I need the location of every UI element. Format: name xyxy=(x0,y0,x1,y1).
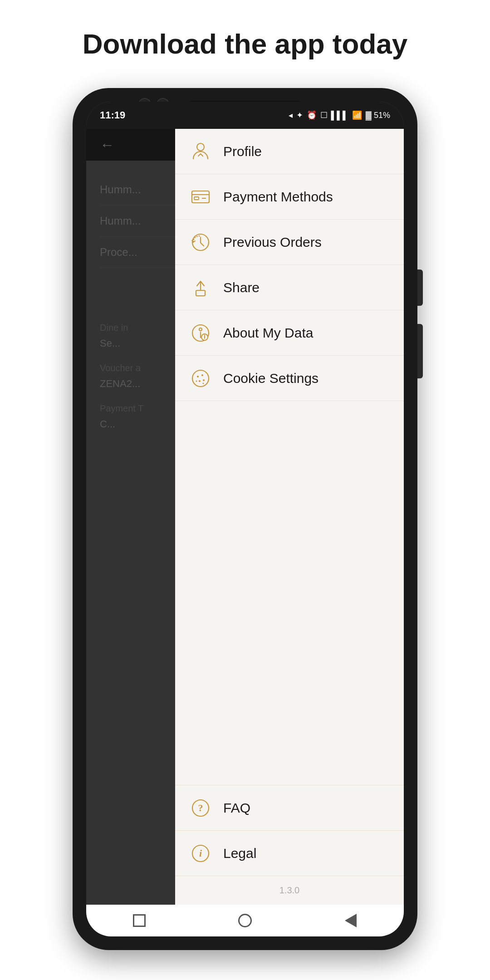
menu-item-legal[interactable]: i Legal xyxy=(175,831,404,876)
svg-point-16 xyxy=(192,370,209,387)
faq-icon: ? xyxy=(189,796,212,820)
nav-back-button[interactable] xyxy=(343,912,359,929)
svg-text:?: ? xyxy=(198,802,203,813)
orders-icon xyxy=(189,230,212,254)
wifi-icon: 📶 xyxy=(352,110,362,120)
svg-line-7 xyxy=(201,243,204,246)
share-icon xyxy=(189,276,212,299)
data-icon xyxy=(189,321,212,345)
version-text: 1.3.0 xyxy=(175,876,404,905)
slide-menu: Profile Payment Methods xyxy=(175,129,404,905)
menu-item-profile[interactable]: Profile xyxy=(175,129,404,174)
menu-item-faq[interactable]: ? FAQ xyxy=(175,785,404,831)
menu-overlay: Profile Payment Methods xyxy=(86,129,404,905)
legal-icon: i xyxy=(189,842,212,865)
bottom-nav xyxy=(86,905,404,936)
home-icon xyxy=(238,914,252,927)
dim-overlay[interactable] xyxy=(86,129,175,905)
menu-item-payment[interactable]: Payment Methods xyxy=(175,174,404,220)
orders-label: Previous Orders xyxy=(223,235,322,250)
phone-screen: 11:19 ◂ ✦ ⏰ ☐ ▌▌▌ 📶 ▓ 51% ← Humm... Humm… xyxy=(86,102,404,936)
svg-point-17 xyxy=(197,376,199,377)
battery-icon: ▓ 51% xyxy=(366,111,390,120)
menu-item-share[interactable]: Share xyxy=(175,265,404,310)
svg-text:i: i xyxy=(199,848,202,859)
phone-volume-button xyxy=(417,324,423,378)
svg-point-0 xyxy=(197,143,204,151)
faq-label: FAQ xyxy=(223,800,250,816)
menu-items-top: Profile Payment Methods xyxy=(175,129,404,457)
profile-icon xyxy=(189,140,212,163)
menu-spacer xyxy=(175,457,404,785)
location-icon: ◂ xyxy=(289,110,293,120)
signal-icon: ▌▌▌ xyxy=(331,111,348,120)
profile-label: Profile xyxy=(223,144,262,159)
svg-point-19 xyxy=(199,380,201,382)
svg-rect-3 xyxy=(194,197,199,200)
menu-item-data[interactable]: About My Data xyxy=(175,310,404,356)
nav-recent-apps-button[interactable] xyxy=(131,912,147,929)
svg-point-22 xyxy=(203,382,204,384)
payment-icon xyxy=(189,185,212,209)
legal-label: Legal xyxy=(223,846,256,861)
menu-item-orders[interactable]: Previous Orders xyxy=(175,220,404,265)
svg-point-11 xyxy=(199,328,202,331)
svg-point-15 xyxy=(204,334,205,335)
back-icon xyxy=(345,914,357,927)
share-label: Share xyxy=(223,280,260,295)
svg-rect-8 xyxy=(196,290,205,296)
bluetooth-icon: ✦ xyxy=(296,110,303,120)
nav-home-button[interactable] xyxy=(237,912,253,929)
recent-apps-icon xyxy=(133,914,146,927)
svg-point-20 xyxy=(203,379,205,381)
menu-item-cookies[interactable]: Cookie Settings xyxy=(175,356,404,401)
cookie-icon xyxy=(189,367,212,390)
cookies-label: Cookie Settings xyxy=(223,371,318,386)
payment-label: Payment Methods xyxy=(223,189,333,205)
menu-items-bottom: ? FAQ i Legal xyxy=(175,785,404,905)
svg-point-21 xyxy=(196,380,197,382)
page-title: Download the app today xyxy=(83,27,407,61)
alarm-icon: ⏰ xyxy=(307,110,317,120)
phone-frame: 11:19 ◂ ✦ ⏰ ☐ ▌▌▌ 📶 ▓ 51% ← Humm... Humm… xyxy=(73,88,417,950)
data-label: About My Data xyxy=(223,325,313,341)
nfc-icon: ☐ xyxy=(320,110,328,120)
status-bar: 11:19 ◂ ✦ ⏰ ☐ ▌▌▌ 📶 ▓ 51% xyxy=(86,102,404,129)
svg-point-18 xyxy=(201,374,203,376)
phone-power-button xyxy=(417,270,423,306)
status-icons: ◂ ✦ ⏰ ☐ ▌▌▌ 📶 ▓ 51% xyxy=(289,110,390,120)
status-time: 11:19 xyxy=(100,109,125,121)
